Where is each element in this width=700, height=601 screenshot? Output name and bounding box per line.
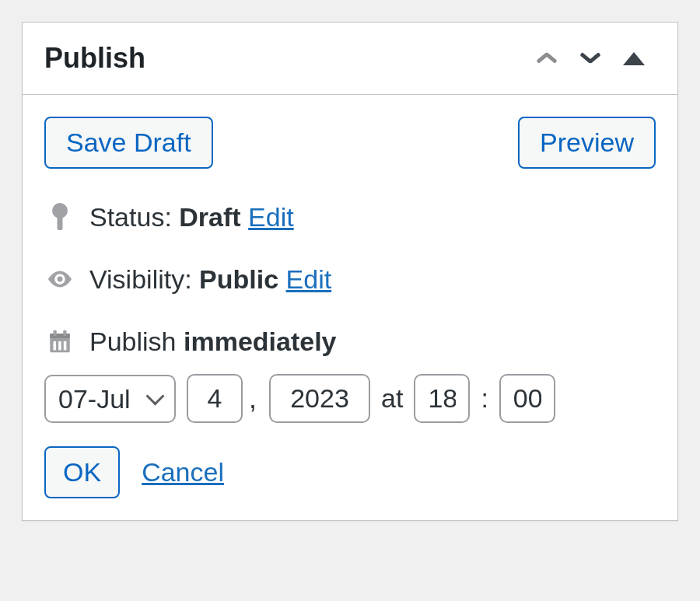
publish-metabox: Publish Save Draft Preview Status: Draft… (22, 22, 678, 521)
status-edit-link[interactable]: Edit (248, 202, 294, 232)
chevron-up-icon (537, 53, 556, 64)
panel-title: Publish (44, 42, 525, 75)
move-up-button[interactable] (525, 37, 569, 80)
publish-time-line: Publish immediately (44, 326, 656, 357)
publish-mode: immediately (184, 327, 337, 356)
time-colon: : (481, 383, 488, 414)
datetime-row: 07-Jul , at : (44, 374, 656, 423)
save-draft-button[interactable]: Save Draft (44, 117, 213, 169)
status-value: Draft (179, 202, 240, 232)
svg-rect-7 (64, 341, 67, 350)
key-icon (44, 201, 75, 232)
cancel-link[interactable]: Cancel (142, 457, 224, 487)
status-label: Status: (89, 202, 172, 232)
hour-input[interactable] (414, 374, 470, 423)
visibility-value: Public (199, 264, 278, 294)
confirm-row: OK Cancel (44, 446, 656, 498)
toggle-panel-button[interactable] (612, 37, 656, 80)
ok-button[interactable]: OK (44, 446, 120, 498)
svg-rect-6 (58, 341, 61, 350)
chevron-down-icon (581, 53, 600, 64)
triangle-up-icon (623, 52, 645, 65)
move-down-button[interactable] (569, 37, 612, 80)
calendar-icon (44, 326, 75, 357)
visibility-edit-link[interactable]: Edit (286, 264, 332, 294)
svg-rect-3 (54, 330, 57, 336)
visibility-line: Visibility: Public Edit (44, 264, 656, 295)
month-select[interactable]: 07-Jul (44, 375, 176, 423)
day-input[interactable] (187, 374, 243, 423)
svg-rect-4 (63, 330, 66, 336)
visibility-label: Visibility: (89, 264, 192, 294)
at-label: at (381, 383, 403, 414)
eye-icon (44, 264, 75, 295)
action-buttons-row: Save Draft Preview (44, 117, 656, 169)
comma-separator: , (249, 383, 257, 415)
minute-input[interactable] (499, 374, 555, 423)
svg-rect-2 (50, 334, 70, 338)
publish-label: Publish (89, 327, 177, 356)
svg-rect-5 (54, 341, 57, 350)
year-input[interactable] (269, 374, 370, 423)
metabox-body: Save Draft Preview Status: Draft Edit Vi… (23, 95, 677, 520)
status-line: Status: Draft Edit (44, 201, 656, 232)
preview-button[interactable]: Preview (518, 117, 656, 169)
metabox-header: Publish (23, 23, 677, 95)
svg-point-0 (58, 277, 63, 282)
